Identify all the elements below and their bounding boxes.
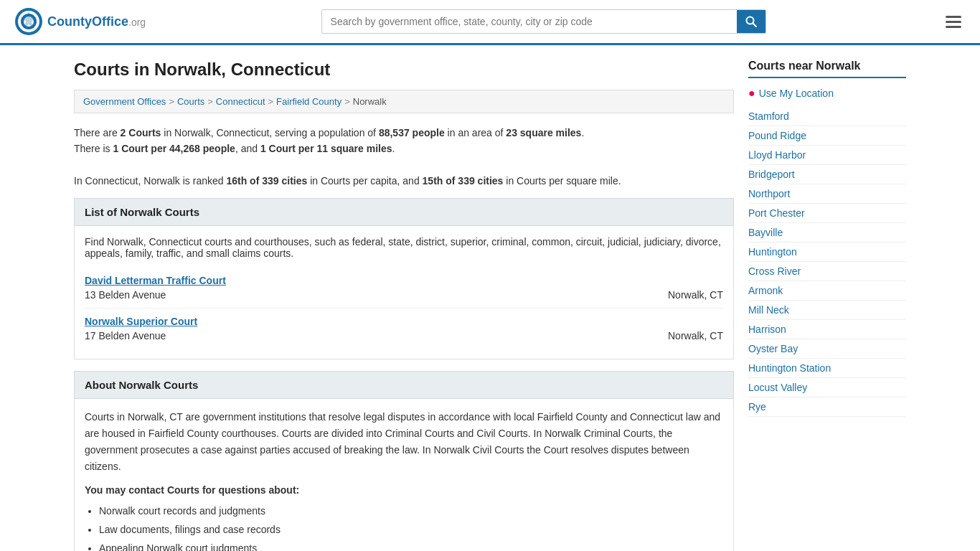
breadcrumb-norwalk: Norwalk	[353, 96, 387, 107]
breadcrumb-sep-2: >	[207, 96, 213, 107]
logo-text: CountyOffice.org	[47, 14, 146, 29]
contact-title: You may contact Courts for questions abo…	[85, 482, 723, 499]
sidebar-link-rye[interactable]: Rye	[748, 397, 906, 417]
sidebar-title: Courts near Norwalk	[748, 60, 906, 78]
list-section-description: Find Norwalk, Connecticut courts and cou…	[85, 236, 723, 259]
content: Courts in Norwalk, Connecticut Governmen…	[74, 60, 734, 551]
location-pin-icon: ●	[748, 87, 755, 100]
breadcrumb: Government Offices > Courts > Connecticu…	[74, 90, 734, 113]
contact-list: Norwalk court records and judgments Law …	[99, 503, 723, 551]
search-icon	[745, 16, 757, 27]
breadcrumb-fairfield-county[interactable]: Fairfield County	[276, 96, 341, 107]
sidebar-link-lloyd-harbor[interactable]: Lloyd Harbor	[748, 146, 906, 165]
list-section-content: Find Norwalk, Connecticut courts and cou…	[74, 226, 734, 359]
logo-icon	[14, 7, 43, 36]
sidebar-link-port-chester[interactable]: Port Chester	[748, 204, 906, 223]
breadcrumb-sep-3: >	[268, 96, 274, 107]
breadcrumb-sep-1: >	[169, 96, 174, 107]
contact-item-0: Norwalk court records and judgments	[99, 503, 723, 519]
breadcrumb-government-offices[interactable]: Government Offices	[83, 96, 166, 107]
contact-item-1: Law documents, filings and case records	[99, 522, 723, 538]
list-section-header: List of Norwalk Courts	[74, 198, 734, 226]
menu-line-3	[946, 26, 961, 28]
contact-item-2: Appealing Norwalk court judgments	[99, 540, 723, 551]
court-details-0: 13 Belden Avenue Norwalk, CT	[85, 289, 723, 301]
sidebar-link-locust-valley[interactable]: Locust Valley	[748, 378, 906, 397]
court-entry-0: David Letterman Traffic Court 13 Belden …	[85, 268, 723, 309]
sidebar-link-bayville[interactable]: Bayville	[748, 223, 906, 242]
court-details-1: 17 Belden Avenue Norwalk, CT	[85, 330, 723, 342]
about-section-content: Courts in Norwalk, CT are government ins…	[74, 399, 734, 551]
sidebar-links: StamfordPound RidgeLloyd HarborBridgepor…	[748, 107, 906, 417]
sidebar-link-pound-ridge[interactable]: Pound Ridge	[748, 126, 906, 146]
court-entry-1: Norwalk Superior Court 17 Belden Avenue …	[85, 309, 723, 349]
sidebar-link-bridgeport[interactable]: Bridgeport	[748, 165, 906, 184]
use-location-label: Use My Location	[759, 88, 834, 99]
sidebar: Courts near Norwalk ● Use My Location St…	[748, 60, 906, 551]
logo-area: CountyOffice.org	[14, 7, 146, 36]
header: CountyOffice.org	[0, 0, 980, 45]
sidebar-link-oyster-bay[interactable]: Oyster Bay	[748, 339, 906, 359]
sidebar-link-northport[interactable]: Northport	[748, 184, 906, 204]
svg-line-6	[753, 24, 756, 27]
page-title: Courts in Norwalk, Connecticut	[74, 60, 734, 80]
breadcrumb-connecticut[interactable]: Connecticut	[216, 96, 265, 107]
court-address-1: 17 Belden Avenue	[85, 330, 166, 342]
use-location-link[interactable]: ● Use My Location	[748, 87, 906, 100]
sidebar-link-harrison[interactable]: Harrison	[748, 320, 906, 339]
search-button[interactable]	[737, 10, 765, 33]
court-name-1[interactable]: Norwalk Superior Court	[85, 316, 723, 327]
court-name-0[interactable]: David Letterman Traffic Court	[85, 275, 723, 286]
info-text: There are 2 Courts in Norwalk, Connectic…	[74, 125, 734, 189]
search-input[interactable]	[322, 10, 737, 33]
about-description: Courts in Norwalk, CT are government ins…	[85, 409, 723, 475]
menu-button[interactable]	[941, 11, 966, 32]
sidebar-link-mill-neck[interactable]: Mill Neck	[748, 301, 906, 320]
menu-line-1	[946, 16, 961, 18]
sidebar-link-armonk[interactable]: Armonk	[748, 281, 906, 301]
menu-line-2	[946, 21, 961, 23]
sidebar-link-cross-river[interactable]: Cross River	[748, 262, 906, 281]
breadcrumb-sep-4: >	[344, 96, 350, 107]
about-section-header: About Norwalk Courts	[74, 371, 734, 399]
sidebar-link-stamford[interactable]: Stamford	[748, 107, 906, 126]
sidebar-link-huntington[interactable]: Huntington	[748, 242, 906, 262]
search-area	[321, 9, 766, 34]
sidebar-link-huntington-station[interactable]: Huntington Station	[748, 359, 906, 378]
court-city-1: Norwalk, CT	[668, 330, 723, 342]
about-section: About Norwalk Courts Courts in Norwalk, …	[74, 371, 734, 551]
breadcrumb-courts[interactable]: Courts	[177, 96, 204, 107]
search-input-wrapper	[321, 9, 766, 34]
court-address-0: 13 Belden Avenue	[85, 289, 166, 301]
main-container: Courts in Norwalk, Connecticut Governmen…	[60, 45, 920, 551]
court-city-0: Norwalk, CT	[668, 289, 723, 301]
